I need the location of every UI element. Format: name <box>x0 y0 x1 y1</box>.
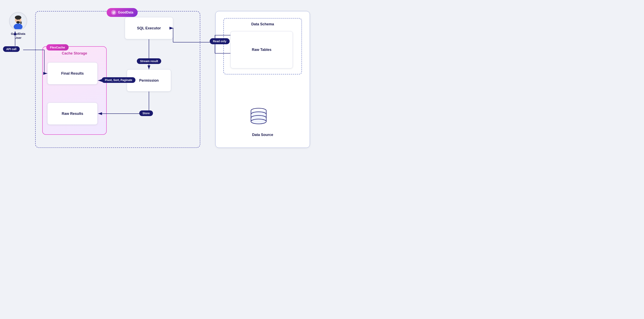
avatar <box>9 12 27 30</box>
flexcache-badge: FlexCache <box>46 44 69 50</box>
raw-tables-box: Raw Tables <box>230 31 293 68</box>
svg-point-6 <box>16 21 20 23</box>
pivot-sort-paginate-badge: Pivot, Sort, Paginate <box>102 77 136 83</box>
avatar-illustration <box>10 13 26 29</box>
user-area: GoodData User <box>6 12 30 40</box>
pivot-sort-paginate-label: Pivot, Sort, Paginate <box>105 78 132 82</box>
read-only-badge: Read only <box>210 38 230 44</box>
api-call-badge: API call <box>3 46 20 52</box>
read-only-label: Read only <box>213 40 226 43</box>
api-call-label: API call <box>6 47 16 51</box>
svg-point-8 <box>19 19 20 20</box>
cache-storage-label: Cache Storage <box>42 51 107 55</box>
permission-label: Permission <box>139 78 158 83</box>
database-svg <box>248 108 269 126</box>
sql-executor-box: SQL Executor <box>125 17 173 39</box>
svg-point-11 <box>113 12 114 13</box>
data-source-label: Data Source <box>215 133 310 137</box>
svg-rect-9 <box>20 21 22 24</box>
gooddata-icon <box>111 10 116 15</box>
data-schema-label: Data Schema <box>224 22 302 26</box>
store-label: Store <box>142 112 150 115</box>
user-name-line1: GoodData <box>11 32 25 35</box>
user-label: GoodData User <box>11 32 25 40</box>
flexcache-label: FlexCache <box>50 46 65 49</box>
diagram-container: GoodData User API call GoodData FlexCach… <box>0 0 322 159</box>
svg-point-5 <box>15 15 21 19</box>
sql-executor-label: SQL Executor <box>137 26 161 30</box>
svg-point-7 <box>17 19 18 20</box>
database-icon <box>248 108 269 126</box>
gooddata-label: GoodData <box>118 11 133 14</box>
stream-result-label: Stream result <box>140 59 158 63</box>
raw-results-box: Raw Results <box>47 103 98 125</box>
raw-tables-label: Raw Tables <box>252 48 272 52</box>
user-name-line2: User <box>15 36 21 39</box>
store-badge: Store <box>139 110 153 116</box>
final-results-box: Final Results <box>47 62 98 84</box>
gooddata-badge: GoodData <box>107 8 138 17</box>
stream-result-badge: Stream result <box>137 58 161 64</box>
svg-point-24 <box>251 119 266 124</box>
gooddata-logo-icon <box>112 11 116 14</box>
raw-results-label: Raw Results <box>62 112 83 116</box>
final-results-label: Final Results <box>61 71 84 76</box>
